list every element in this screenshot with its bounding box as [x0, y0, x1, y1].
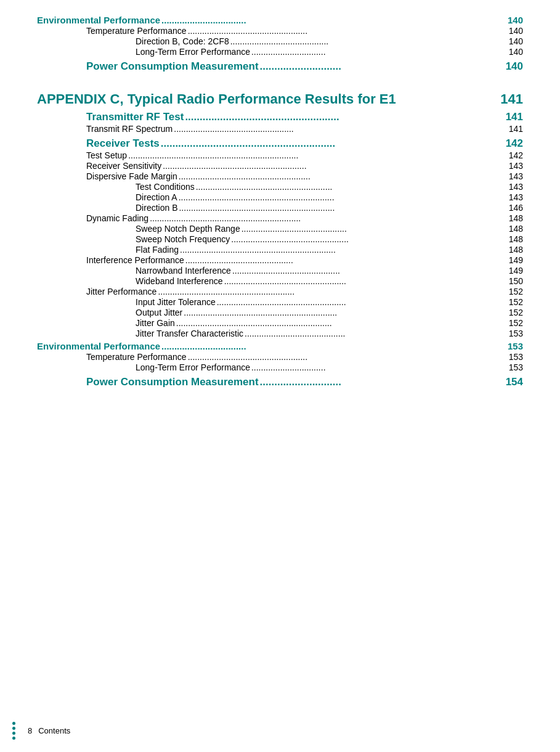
- toc-row: Receiver Sensitivity....................…: [37, 161, 523, 171]
- toc-entry-text: Jitter Gain: [136, 318, 175, 328]
- footer-contents-label: Contents: [38, 726, 70, 735]
- toc-page-number: 148: [506, 224, 523, 234]
- toc-page-number: 148: [506, 213, 523, 223]
- toc-dots: ........................................…: [216, 297, 506, 307]
- toc-page-number: 141: [506, 111, 523, 123]
- toc-dots: ........................................…: [148, 213, 506, 223]
- toc-row: Power Consumption Measurement...........…: [37, 376, 523, 388]
- toc-entry-text: Temperature Performance: [86, 352, 187, 362]
- toc-entry-text: Power Consumption Measurement: [86, 60, 259, 73]
- toc-entry-text: Dynamic Fading: [86, 213, 148, 223]
- toc-dots: ........................................…: [195, 182, 506, 192]
- toc-page-number: 140: [506, 26, 523, 36]
- toc-page-number: 148: [506, 234, 523, 244]
- toc-dots: ........................................…: [184, 111, 505, 123]
- toc-row: Direction B.............................…: [37, 203, 523, 213]
- toc-page-number: 140: [506, 15, 523, 25]
- toc-entry-text: Jitter Transfer Characteristic: [136, 329, 243, 338]
- toc-dots: ........................................…: [230, 234, 506, 244]
- toc-page-number: 141: [506, 124, 523, 134]
- toc-dots: ........................................…: [229, 36, 506, 46]
- toc-dots: ........................................…: [187, 26, 506, 36]
- toc-page-number: 140: [506, 36, 523, 46]
- toc-row: Direction B, Code: 2CF8.................…: [37, 36, 523, 46]
- toc-dots: ........................................…: [172, 124, 506, 134]
- footer-dot-1: [12, 722, 15, 725]
- toc-page-number: 152: [506, 287, 523, 296]
- footer-page-number: 8: [28, 726, 32, 735]
- toc-row: Temperature Performance.................…: [37, 352, 523, 362]
- toc-row: Long-Term Error Performance.............…: [37, 362, 523, 372]
- toc-row: Transmitter RF Test.....................…: [37, 111, 523, 123]
- toc-dots: ........................................…: [187, 352, 506, 362]
- toc-row: Dynamic Fading..........................…: [37, 213, 523, 223]
- toc-entry-text: Long-Term Error Performance: [136, 362, 250, 372]
- toc-row: Receiver Tests..........................…: [37, 137, 523, 150]
- toc-row: Input Jitter Tolerance..................…: [37, 297, 523, 307]
- toc-dots: ........................................…: [177, 192, 506, 202]
- toc-dots: ........................................…: [160, 137, 506, 150]
- toc-page-number: 153: [506, 329, 523, 338]
- toc-entry-text: Dispersive Fade Margin: [86, 171, 177, 181]
- toc-dots: ...............................: [250, 47, 506, 57]
- toc-row: Environmental Performance...............…: [37, 15, 523, 25]
- toc-entry-text: Receiver Tests: [86, 137, 160, 150]
- toc-entry-text: Temperature Performance: [86, 26, 187, 36]
- toc-entry-text: Direction B: [136, 203, 177, 213]
- toc-entry-text: Transmitter RF Test: [86, 111, 184, 123]
- toc-entry-text: Interference Performance: [86, 255, 184, 265]
- toc-row: Environmental Performance...............…: [37, 341, 523, 351]
- toc-page-number: 140: [506, 60, 523, 73]
- toc-row: Sweep Notch Depth Range.................…: [37, 224, 523, 234]
- toc-page-number: 148: [506, 245, 523, 255]
- toc-entry-text: Test Conditions: [136, 182, 195, 192]
- toc-row: Output Jitter...........................…: [37, 308, 523, 317]
- toc-row: Narrowband Interference.................…: [37, 266, 523, 276]
- toc-page-number: 154: [506, 376, 523, 388]
- toc-entry-text: Sweep Notch Frequency: [136, 234, 230, 244]
- toc-entry-text: Power Consumption Measurement: [86, 376, 259, 388]
- appendix-text: APPENDIX C, Typical Radio Performance Re…: [37, 91, 396, 107]
- toc-entry-text: Wideband Interference: [136, 276, 223, 286]
- toc-row: Jitter Transfer Characteristic..........…: [37, 329, 523, 338]
- toc-page-number: 146: [506, 203, 523, 213]
- toc-entry-text: Jitter Performance: [86, 287, 156, 296]
- footer-dots: [12, 722, 15, 740]
- toc-page-number: 142: [506, 137, 523, 150]
- toc-page-number: 152: [506, 318, 523, 328]
- toc-row: Dispersive Fade Margin..................…: [37, 171, 523, 181]
- toc-page-number: 143: [506, 161, 523, 171]
- toc-dots: ...............................: [250, 362, 506, 372]
- toc-entry-text: Long-Term Error Performance: [136, 47, 250, 57]
- toc-page-number: 152: [506, 308, 523, 317]
- toc-entry-text: Direction B, Code: 2CF8: [136, 36, 229, 46]
- toc-dots: ........................................…: [182, 308, 506, 317]
- toc-entry-text: Test Setup: [86, 150, 127, 160]
- toc-entry-text: Output Jitter: [136, 308, 182, 317]
- toc-entry-text: Receiver Sensitivity: [86, 161, 161, 171]
- appendix-heading: APPENDIX C, Typical Radio Performance Re…: [37, 91, 523, 107]
- toc-dots: ........................................…: [156, 287, 506, 296]
- toc-dots: ........................................…: [223, 276, 506, 286]
- toc-row: Power Consumption Measurement...........…: [37, 60, 523, 73]
- toc-row: Test Conditions.........................…: [37, 182, 523, 192]
- toc-row: Jitter Gain.............................…: [37, 318, 523, 328]
- toc-entry-text: Narrowband Interference: [136, 266, 231, 276]
- footer-dot-4: [12, 737, 15, 740]
- toc-entry-text: Flat Fading: [136, 245, 179, 255]
- toc-dots: ........................................…: [177, 171, 506, 181]
- appendix-page-number: 141: [500, 91, 523, 107]
- toc-row: Sweep Notch Frequency...................…: [37, 234, 523, 244]
- toc-row: Flat Fading.............................…: [37, 245, 523, 255]
- toc-row: Direction A.............................…: [37, 192, 523, 202]
- footer: 8 Contents: [0, 722, 560, 740]
- toc-page-number: 153: [506, 352, 523, 362]
- toc-dots: ........................................…: [175, 318, 506, 328]
- toc-dots: ........................................…: [177, 203, 506, 213]
- toc-dots: .................................: [160, 15, 506, 25]
- toc-page-number: 153: [506, 341, 523, 351]
- toc-dots: ........................................…: [243, 329, 506, 338]
- toc-dots: ........................................…: [240, 224, 506, 234]
- toc-page-number: 143: [506, 182, 523, 192]
- toc-row: Transmit RF Spectrum....................…: [37, 124, 523, 134]
